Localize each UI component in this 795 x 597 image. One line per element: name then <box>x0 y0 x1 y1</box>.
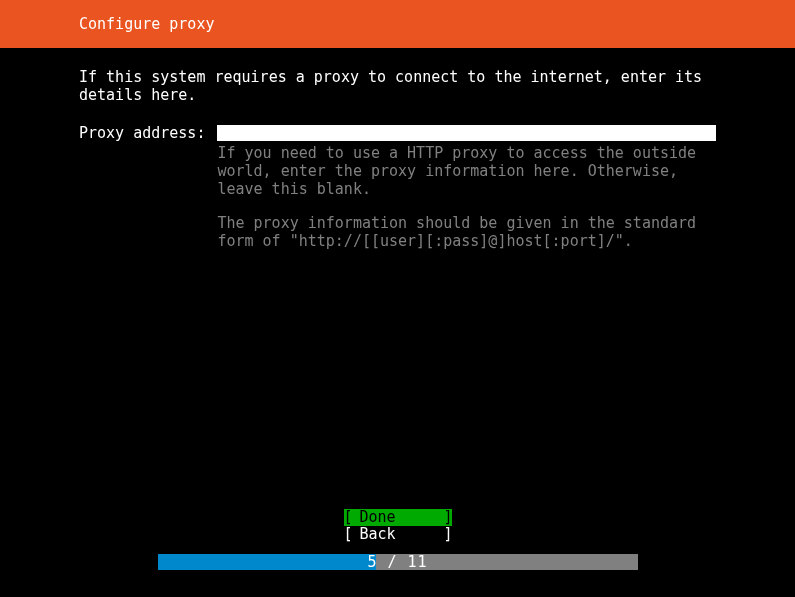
button-area: [ Done ] [ Back ] <box>0 509 795 542</box>
header-bar: Configure proxy <box>0 0 795 48</box>
proxy-address-label: Proxy address: <box>79 124 205 142</box>
back-button-label: Back <box>360 526 444 543</box>
content-area: If this system requires a proxy to conne… <box>0 48 795 250</box>
proxy-right-column: If you need to use a HTTP proxy to acces… <box>217 124 716 250</box>
progress-bar: 5 / 11 <box>158 554 638 570</box>
intro-text: If this system requires a proxy to conne… <box>79 68 716 104</box>
proxy-address-input[interactable] <box>217 125 716 141</box>
bracket-left: [ <box>344 509 360 526</box>
back-button[interactable]: [ Back ] <box>344 526 452 543</box>
footer-bar: 5 / 11 <box>0 554 795 570</box>
done-button[interactable]: [ Done ] <box>344 509 452 526</box>
proxy-form-row: Proxy address: If you need to use a HTTP… <box>79 124 716 250</box>
bracket-left: [ <box>344 526 360 543</box>
done-button-label: Done <box>360 509 444 526</box>
page-title: Configure proxy <box>79 15 214 33</box>
proxy-help-text-1: If you need to use a HTTP proxy to acces… <box>217 144 716 198</box>
progress-text: 5 / 11 <box>367 553 427 571</box>
progress-fill <box>158 554 376 570</box>
proxy-help-text-2: The proxy information should be given in… <box>217 214 716 250</box>
bracket-right: ] <box>444 509 452 526</box>
bracket-right: ] <box>444 526 452 543</box>
